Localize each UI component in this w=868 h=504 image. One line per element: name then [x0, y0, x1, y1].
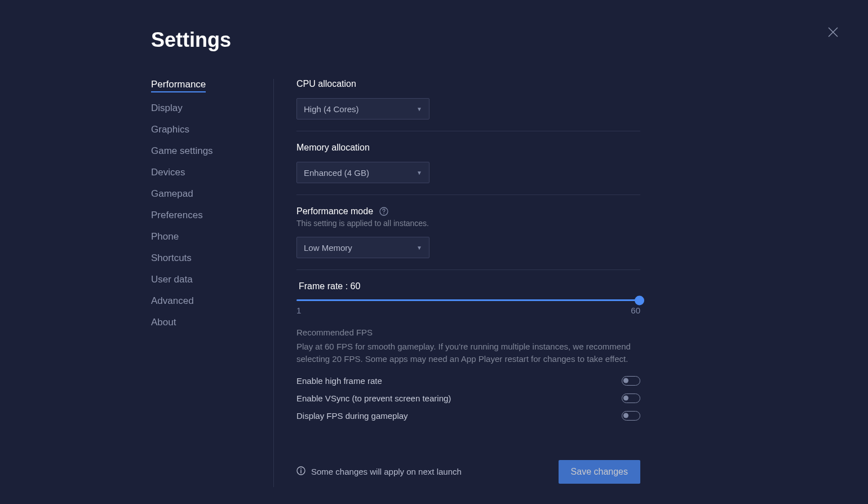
cpu-allocation-section: CPU allocation High (4 Cores) ▼ — [296, 79, 640, 131]
toggle-knob — [623, 396, 628, 401]
slider-value-range: 1 60 — [296, 306, 640, 315]
save-button[interactable]: Save changes — [559, 460, 640, 484]
footer-note: Some changes will apply on next launch — [296, 466, 462, 477]
vsync-toggle[interactable] — [622, 394, 640, 403]
sidebar-item-game-settings[interactable]: Game settings — [151, 145, 273, 157]
info-icon — [296, 466, 305, 477]
sidebar-item-shortcuts[interactable]: Shortcuts — [151, 253, 273, 264]
cpu-allocation-value: High (4 Cores) — [304, 104, 359, 114]
performance-mode-sublabel: This setting is applied to all instances… — [296, 219, 640, 228]
page-title: Settings — [151, 28, 834, 52]
slider-min: 1 — [296, 306, 301, 315]
performance-mode-value: Low Memory — [304, 243, 352, 253]
display-fps-toggle[interactable] — [622, 411, 640, 421]
slider-thumb[interactable] — [635, 295, 644, 305]
performance-mode-dropdown[interactable]: Low Memory ▼ — [296, 237, 429, 258]
frame-rate-slider[interactable] — [296, 299, 640, 301]
fps-note-body: Play at 60 FPS for smooth gameplay. If y… — [296, 341, 640, 366]
toggle-knob — [623, 378, 628, 383]
svg-point-5 — [300, 468, 302, 470]
memory-allocation-value: Enhanced (4 GB) — [304, 168, 369, 178]
cpu-allocation-label: CPU allocation — [296, 79, 640, 89]
cpu-allocation-dropdown[interactable]: High (4 Cores) ▼ — [296, 98, 429, 120]
high-frame-rate-toggle[interactable] — [622, 376, 640, 386]
performance-mode-label: Performance mode — [296, 206, 640, 216]
chevron-down-icon: ▼ — [417, 106, 422, 112]
svg-point-3 — [383, 213, 384, 214]
performance-mode-section: Performance mode This setting is applied… — [296, 206, 640, 270]
vsync-label: Enable VSync (to prevent screen tearing) — [296, 394, 451, 403]
help-icon[interactable] — [379, 206, 389, 216]
chevron-down-icon: ▼ — [417, 170, 422, 176]
performance-mode-label-text: Performance mode — [296, 206, 373, 216]
footer-note-text: Some changes will apply on next launch — [311, 467, 462, 476]
display-fps-row: Display FPS during gameplay — [296, 411, 640, 421]
display-fps-label: Display FPS during gameplay — [296, 411, 408, 421]
sidebar-item-gamepad[interactable]: Gamepad — [151, 188, 273, 200]
memory-allocation-dropdown[interactable]: Enhanced (4 GB) ▼ — [296, 162, 429, 183]
sidebar-item-user-data[interactable]: User data — [151, 274, 273, 285]
sidebar-item-phone[interactable]: Phone — [151, 231, 273, 242]
sidebar-item-display[interactable]: Display — [151, 103, 273, 114]
slider-max: 60 — [631, 306, 640, 315]
sidebar-item-about[interactable]: About — [151, 317, 273, 328]
fps-note-title: Recommended FPS — [296, 326, 640, 339]
sidebar-item-graphics[interactable]: Graphics — [151, 124, 273, 135]
footer-bar: Some changes will apply on next launch S… — [296, 460, 640, 484]
settings-sidebar: Performance Display Graphics Game settin… — [151, 79, 274, 487]
memory-allocation-section: Memory allocation Enhanced (4 GB) ▼ — [296, 143, 640, 195]
settings-panel: CPU allocation High (4 Cores) ▼ Memory a… — [274, 79, 663, 487]
toggle-knob — [623, 413, 628, 418]
memory-allocation-label: Memory allocation — [296, 143, 640, 153]
close-icon — [828, 27, 838, 37]
vsync-row: Enable VSync (to prevent screen tearing) — [296, 394, 640, 403]
sidebar-item-devices[interactable]: Devices — [151, 167, 273, 178]
chevron-down-icon: ▼ — [417, 245, 422, 251]
sidebar-item-performance[interactable]: Performance — [151, 79, 206, 92]
close-button[interactable] — [826, 25, 840, 39]
high-frame-rate-row: Enable high frame rate — [296, 376, 640, 386]
fps-recommendation-text: Recommended FPS Play at 60 FPS for smoot… — [296, 326, 640, 366]
frame-rate-section: Frame rate : 60 1 60 Recommended FPS Pla… — [296, 281, 640, 440]
high-frame-rate-label: Enable high frame rate — [296, 376, 382, 386]
frame-rate-label: Frame rate : 60 — [299, 281, 640, 291]
sidebar-item-advanced[interactable]: Advanced — [151, 295, 273, 307]
sidebar-item-preferences[interactable]: Preferences — [151, 210, 273, 221]
